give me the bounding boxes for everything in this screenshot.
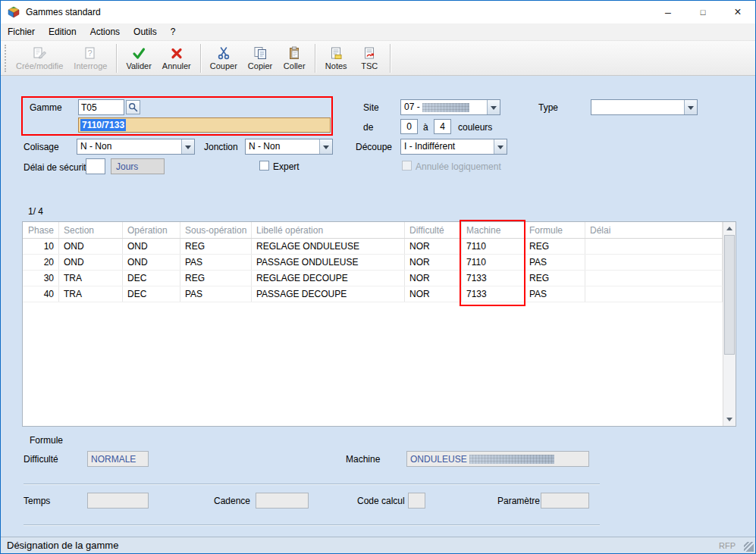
table-cell: 20	[23, 255, 59, 270]
scroll-up-icon[interactable]	[723, 222, 736, 235]
table-row[interactable]: 20ONDONDPASPASSAGE ONDULEUSENOR7110PAS	[23, 255, 736, 271]
table-cell: 7110	[462, 255, 525, 270]
coller-button[interactable]: Coller	[278, 42, 311, 74]
designation-field[interactable]: 7110/7133	[78, 117, 331, 133]
colors-from-input[interactable]	[400, 119, 418, 134]
table-cell: NOR	[405, 271, 462, 286]
table-cell: REGLAGE ONDULEUSE	[252, 239, 405, 254]
cree-modifie-button: Crée/modifie	[11, 42, 68, 74]
scrollbar-thumb[interactable]	[724, 235, 735, 355]
colisage-combobox[interactable]: N - Non	[77, 139, 195, 155]
decoupe-value: I - Indifférent	[401, 139, 494, 154]
toolbar-separator	[200, 44, 201, 73]
toolbar-button-label: Notes	[325, 61, 347, 70]
machine-value-text: ONDULEUSE	[410, 454, 467, 465]
colors-to-input[interactable]	[434, 119, 451, 134]
table-cell: 10	[23, 239, 59, 254]
valider-button[interactable]: Valider	[121, 42, 156, 74]
copier-button[interactable]: Copier	[243, 42, 278, 74]
parametre-value-box	[541, 493, 589, 509]
chevron-down-icon[interactable]	[494, 139, 507, 154]
chevron-down-icon[interactable]	[319, 139, 332, 154]
menu-outils[interactable]: Outils	[127, 24, 164, 39]
jonction-label: Jonction	[204, 142, 238, 152]
search-icon	[128, 102, 138, 112]
table-cell: DEC	[123, 286, 180, 302]
menu-edition[interactable]: Edition	[42, 24, 83, 39]
gamme-label: Gamme	[30, 102, 62, 113]
grid-column-header[interactable]: Sous-opération	[180, 222, 252, 238]
table-cell: OND	[59, 255, 123, 270]
toolbar-separator	[315, 44, 315, 73]
table-row[interactable]: 30TRADECREGREGLAGE DECOUPENOR7133REG	[23, 271, 736, 286]
delai-securite-input[interactable]	[86, 158, 105, 174]
jours-unit-box: Jours	[111, 158, 165, 174]
annulee-label: Annulée logiquement	[416, 161, 501, 172]
tsc-button[interactable]: TSC	[353, 42, 386, 74]
table-row[interactable]: 40TRADECPASPASSAGE DECOUPENOR7133PAS	[23, 286, 736, 302]
type-combobox[interactable]	[591, 99, 698, 115]
table-cell	[585, 239, 723, 254]
menu-actions[interactable]: Actions	[83, 24, 127, 39]
svg-text:?: ?	[88, 49, 93, 58]
couper-button[interactable]: Couper	[205, 42, 243, 74]
toolbar-button-label: Coller	[284, 61, 306, 70]
grid-vertical-scrollbar[interactable]	[723, 222, 736, 426]
maximize-button[interactable]: □	[685, 1, 720, 23]
interroge-button: ? Interroge	[68, 42, 112, 74]
machine-label: Machine	[346, 454, 380, 465]
close-button[interactable]: ×	[720, 1, 755, 23]
chevron-down-icon[interactable]	[181, 139, 194, 154]
gamme-search-button[interactable]	[126, 100, 140, 114]
annuler-button[interactable]: Annuler	[157, 42, 196, 74]
table-cell: DEC	[123, 271, 180, 286]
gamme-input[interactable]	[78, 99, 124, 115]
grid-column-header[interactable]: Libellé opération	[252, 222, 405, 238]
site-combobox[interactable]: 07 -	[400, 99, 500, 115]
annulee-checkbox	[402, 161, 412, 171]
grid-column-header[interactable]: Formule	[525, 222, 585, 238]
grid-column-header[interactable]: Machine	[462, 222, 525, 238]
table-cell	[585, 255, 723, 270]
de-label: de	[363, 122, 373, 133]
check-icon	[132, 45, 146, 60]
designation-selected-text: 7110/7133	[80, 119, 126, 131]
chevron-down-icon[interactable]	[487, 100, 500, 114]
expert-label: Expert	[273, 161, 300, 172]
tsc-document-icon	[362, 45, 376, 60]
toolbar-separator	[116, 44, 117, 73]
grid-column-header[interactable]: Section	[59, 222, 123, 238]
grid-column-header[interactable]: Difficulté	[405, 222, 462, 238]
table-cell: 30	[23, 271, 59, 286]
type-value	[591, 100, 684, 114]
jonction-combobox[interactable]: N - Non	[245, 139, 333, 155]
toolbar-button-label: Copier	[248, 61, 272, 70]
scroll-down-icon[interactable]	[723, 413, 736, 426]
maximize-icon: □	[701, 8, 706, 17]
grid-column-header[interactable]: Opération	[123, 222, 180, 238]
app-window: Gammes standard – □ × Fichier Edition Ac…	[0, 0, 756, 554]
query-document-icon: ?	[83, 45, 98, 60]
window-controls: – □ ×	[651, 1, 755, 23]
expert-checkbox[interactable]	[259, 161, 269, 171]
notes-button[interactable]: Notes	[319, 42, 353, 74]
decoupe-combobox[interactable]: I - Indifférent	[400, 139, 507, 155]
formule-separator	[24, 484, 600, 484]
toolbar-button-label: Valider	[126, 61, 151, 70]
menu-bar: Fichier Edition Actions Outils ?	[1, 23, 755, 40]
table-row[interactable]: 10ONDONDREGREGLAGE ONDULEUSENOR7110REG	[23, 239, 736, 255]
grid-column-header[interactable]: Délai	[585, 222, 723, 238]
table-cell: TRA	[59, 286, 123, 302]
redacted-blur	[469, 455, 554, 464]
menu-fichier[interactable]: Fichier	[1, 24, 42, 39]
chevron-down-icon[interactable]	[684, 100, 697, 114]
toolbar-button-label: TSC	[361, 61, 378, 70]
minimize-icon: –	[665, 8, 671, 16]
colisage-value: N - Non	[77, 139, 181, 154]
table-cell: PAS	[180, 286, 252, 302]
resize-grip[interactable]	[744, 542, 754, 552]
paste-clipboard-icon	[287, 45, 301, 60]
grid-column-header[interactable]: Phase	[23, 222, 59, 238]
minimize-button[interactable]: –	[651, 1, 685, 23]
menu-help[interactable]: ?	[164, 24, 183, 39]
